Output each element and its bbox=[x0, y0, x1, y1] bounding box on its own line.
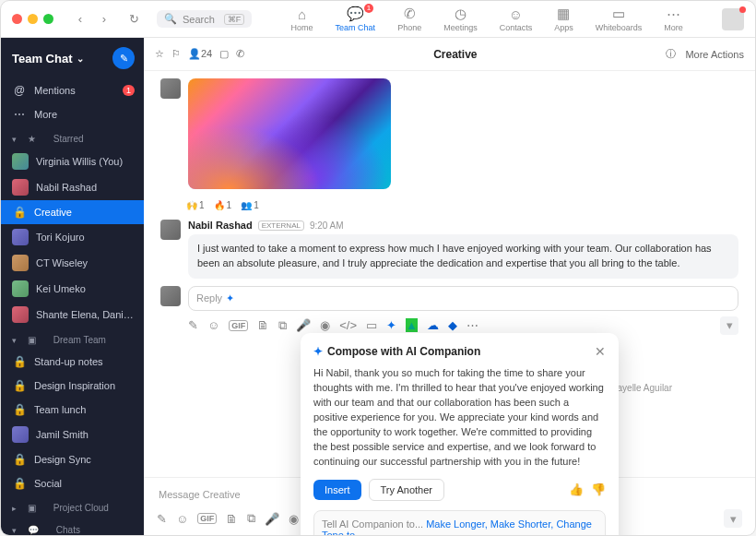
titlebar: ‹ › ↻ 🔍 Search ⌘F ⌂Home 💬1Team Chat ✆Pho… bbox=[1, 1, 755, 38]
reaction[interactable]: 🙌1 bbox=[186, 200, 205, 210]
section-chats[interactable]: ▾💬 Chats bbox=[1, 518, 144, 535]
star-icon[interactable]: ☆ bbox=[155, 48, 164, 60]
lock-icon: 🔒 bbox=[12, 205, 27, 220]
sidebar-title[interactable]: Team Chat⌄ bbox=[12, 52, 84, 66]
section-dream-team[interactable]: ▾▣ Dream Team bbox=[1, 328, 144, 350]
star-icon: ★ bbox=[28, 134, 36, 144]
screen-icon[interactable]: ▭ bbox=[366, 318, 377, 332]
nav-whiteboards[interactable]: ▭Whiteboards bbox=[596, 6, 643, 32]
video-record-icon[interactable]: ◉ bbox=[289, 512, 299, 526]
drive-icon[interactable]: ▲ bbox=[406, 318, 418, 332]
lock-icon: 🔒 bbox=[12, 452, 27, 467]
forward-button[interactable]: › bbox=[94, 9, 114, 30]
info-icon[interactable]: ⓘ bbox=[666, 47, 676, 61]
sidebar-item-social[interactable]: 🔒Social bbox=[1, 471, 144, 495]
ai-panel-title: ✦Compose with AI Companion bbox=[313, 345, 480, 358]
screenshot-icon[interactable]: ⧉ bbox=[247, 511, 255, 526]
minimize-window-button[interactable] bbox=[28, 14, 38, 24]
author-name: Nabil Rashad bbox=[188, 220, 253, 231]
maximize-window-button[interactable] bbox=[43, 14, 53, 24]
profile-avatar[interactable] bbox=[722, 8, 744, 30]
sidebar-item-nabil[interactable]: Nabil Rashad bbox=[1, 174, 144, 200]
suggest-longer[interactable]: Make Longer, bbox=[426, 518, 488, 530]
ai-companion-panel: ✦Compose with AI Companion ✕ Hi Nabil, t… bbox=[301, 333, 619, 536]
nav-meetings[interactable]: ◷Meetings bbox=[443, 6, 478, 32]
image-attachment[interactable] bbox=[188, 78, 391, 189]
ai-sparkle-icon[interactable]: ✦ bbox=[386, 318, 396, 332]
compose-icon: ✎ bbox=[120, 53, 128, 65]
members-count[interactable]: 👤24 bbox=[188, 48, 212, 60]
sidebar-item-ct[interactable]: CT Wiseley bbox=[1, 250, 144, 276]
more-tools-icon[interactable]: ⋯ bbox=[467, 318, 478, 332]
sidebar-item-team-lunch[interactable]: 🔒Team lunch bbox=[1, 398, 144, 422]
sidebar-item-shante[interactable]: Shante Elena, Daniel Bow... bbox=[1, 302, 144, 328]
reply-toolbar: ✎ ☺ GIF 🗎 ⧉ 🎤 ◉ </> ▭ ✦ ▲ ☁ ◆ ⋯ ▾ bbox=[160, 311, 738, 335]
sidebar-more[interactable]: ⋯More bbox=[1, 102, 144, 126]
filter-icon[interactable]: ▾ bbox=[724, 509, 742, 528]
sidebar-item-standup[interactable]: 🔒Stand-up notes bbox=[1, 350, 144, 374]
nav-more[interactable]: ⋯More bbox=[664, 6, 683, 32]
bookmark-icon[interactable]: ⚐ bbox=[171, 48, 181, 60]
section-starred[interactable]: ▾★ Starred bbox=[1, 126, 144, 149]
sidebar-item-creative[interactable]: 🔒Creative bbox=[1, 200, 144, 224]
phone-icon[interactable]: ✆ bbox=[236, 48, 244, 60]
nav-apps[interactable]: ▦Apps bbox=[554, 6, 573, 32]
sidebar-header: Team Chat⌄ ✎ bbox=[1, 38, 144, 78]
code-icon[interactable]: </> bbox=[339, 318, 357, 332]
sidebar-item-design-insp[interactable]: 🔒Design Inspiration bbox=[1, 374, 144, 398]
phone-icon: ✆ bbox=[401, 6, 418, 22]
message-text: I just wanted to take a moment to expres… bbox=[188, 234, 738, 279]
nav-phone[interactable]: ✆Phone bbox=[397, 6, 421, 32]
main-panel: ☆ ⚐ 👤24 ▢ ✆ Creative ⓘ More Actions bbox=[144, 38, 755, 535]
avatar bbox=[12, 255, 29, 271]
section-project-cloud[interactable]: ▸▣ Project Cloud bbox=[1, 495, 144, 518]
reaction[interactable]: 👥1 bbox=[241, 200, 259, 210]
compose-button[interactable]: ✎ bbox=[112, 47, 135, 69]
close-button[interactable]: ✕ bbox=[595, 344, 606, 359]
chat-badge: 1 bbox=[364, 4, 373, 13]
search-input[interactable]: 🔍 Search ⌘F bbox=[157, 10, 252, 28]
audio-icon[interactable]: 🎤 bbox=[296, 318, 311, 332]
audio-icon[interactable]: 🎤 bbox=[265, 512, 279, 526]
reply-input[interactable]: Reply✦ bbox=[188, 286, 738, 311]
timestamp: 9:20 AM bbox=[310, 220, 344, 231]
reaction[interactable]: 🔥1 bbox=[214, 200, 232, 210]
nav-team-chat[interactable]: 💬1Team Chat bbox=[336, 6, 376, 32]
suggest-shorter[interactable]: Make Shorter, bbox=[490, 518, 553, 530]
emoji-icon[interactable]: ☺ bbox=[207, 318, 219, 332]
sidebar-mentions[interactable]: @Mentions1 bbox=[1, 78, 144, 102]
thumbs-up-icon[interactable]: 👍 bbox=[569, 482, 584, 496]
gif-button[interactable]: GIF bbox=[229, 320, 248, 331]
insert-button[interactable]: Insert bbox=[313, 480, 361, 500]
sidebar-item-jamil[interactable]: Jamil Smith bbox=[1, 422, 144, 447]
more-actions-button[interactable]: More Actions bbox=[685, 49, 744, 60]
format-icon[interactable]: ✎ bbox=[157, 512, 167, 526]
sidebar-item-tori[interactable]: Tori Kojuro bbox=[1, 224, 144, 250]
video-record-icon[interactable]: ◉ bbox=[320, 318, 330, 332]
nav-home[interactable]: ⌂Home bbox=[291, 6, 313, 32]
sidebar-item-design-sync[interactable]: 🔒Design Sync bbox=[1, 447, 144, 471]
sidebar-item-kei[interactable]: Kei Umeko bbox=[1, 276, 144, 302]
avatar bbox=[160, 220, 181, 240]
close-window-button[interactable] bbox=[12, 14, 22, 24]
gif-button[interactable]: GIF bbox=[197, 513, 217, 524]
reply-row: Reply✦ bbox=[160, 286, 738, 311]
format-icon[interactable]: ✎ bbox=[188, 318, 198, 332]
screenshot-icon[interactable]: ⧉ bbox=[278, 318, 287, 333]
clock-icon: ◷ bbox=[452, 6, 468, 22]
body: Team Chat⌄ ✎ @Mentions1 ⋯More ▾★ Starred… bbox=[1, 38, 755, 535]
onedrive-icon[interactable]: ☁ bbox=[427, 318, 439, 332]
file-icon[interactable]: 🗎 bbox=[257, 318, 269, 332]
box-icon[interactable]: ◆ bbox=[448, 318, 457, 332]
thumbs-down-icon[interactable]: 👎 bbox=[591, 482, 606, 496]
history-button[interactable]: ↻ bbox=[124, 9, 144, 30]
emoji-icon[interactable]: ☺ bbox=[176, 512, 188, 526]
try-another-button[interactable]: Try Another bbox=[369, 479, 444, 501]
nav-contacts[interactable]: ☺Contacts bbox=[500, 6, 533, 32]
home-icon: ⌂ bbox=[294, 6, 311, 22]
filter-icon[interactable]: ▾ bbox=[720, 316, 738, 335]
back-button[interactable]: ‹ bbox=[70, 9, 90, 30]
sidebar-item-virginia[interactable]: Virginia Willis (You) bbox=[1, 149, 144, 174]
file-icon[interactable]: 🗎 bbox=[226, 512, 238, 526]
video-icon[interactable]: ▢ bbox=[219, 48, 229, 60]
